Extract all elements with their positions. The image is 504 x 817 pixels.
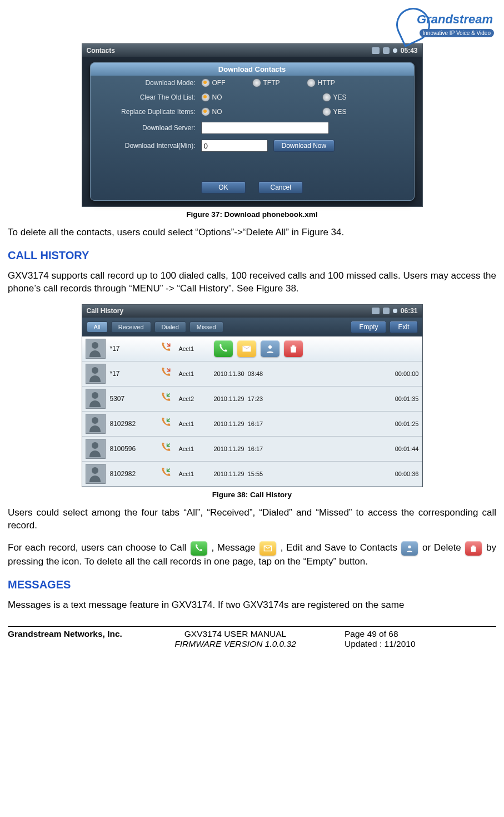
logo-tagline: Innovative IP Voice & Video — [420, 29, 495, 37]
logo-brand-text: Grandstream — [417, 12, 493, 27]
window-title: Contacts — [87, 47, 115, 55]
keyboard-icon — [372, 308, 380, 314]
para-call-history-intro: GXV3174 supports call record up to 100 d… — [8, 270, 496, 295]
tab-all[interactable]: All — [87, 321, 108, 333]
avatar-icon — [86, 414, 106, 434]
call-type-icon — [158, 367, 174, 380]
row-delete-icon[interactable] — [284, 340, 303, 357]
brand-logo: Grandstream Innovative IP Voice & Video — [8, 8, 496, 41]
radio-replace-yes[interactable] — [322, 107, 331, 116]
keyboard-icon — [372, 47, 380, 54]
label-interval: Download Interval(Min): — [98, 142, 196, 150]
save-contact-icon — [401, 541, 418, 556]
footer-company: Grandstream Networks, Inc. — [8, 629, 159, 649]
clock: 06:31 — [401, 307, 418, 315]
para-record-actions: For each record, users can choose to Cal… — [8, 541, 496, 568]
avatar-icon — [86, 464, 106, 484]
label-replace-dup: Replace Duplicate Items: — [98, 108, 196, 116]
call-type-icon — [158, 342, 174, 355]
row-message-icon[interactable] — [237, 340, 256, 357]
message-icon — [260, 541, 276, 556]
status-dot-icon — [393, 48, 397, 53]
footer-manual: GXV3174 USER MANUAL — [159, 629, 311, 639]
para-delete-contacts: To delete all the contacts, users could … — [8, 226, 496, 239]
call-row[interactable]: 8100596 Acct1 2010.11.29 16:1700:01:44 — [82, 437, 422, 462]
dialog-title: Download Contacts — [91, 63, 414, 76]
call-row[interactable]: *17 Acct1 — [82, 336, 422, 362]
cancel-button[interactable]: Cancel — [258, 181, 303, 194]
call-number: 5307 — [110, 395, 153, 403]
call-row[interactable]: 5307 Acct2 2010.11.29 17:2300:01:35 — [82, 387, 422, 412]
label-clear-old: Clear The Old List: — [98, 93, 196, 101]
footer-updated: Updated : 11/2010 — [345, 639, 496, 649]
figure38-screenshot: Call History 06:31 All Received Dialed M… — [82, 304, 423, 487]
call-row[interactable]: 8102982 Acct1 2010.11.29 15:5500:00:36 — [82, 462, 422, 487]
label-server: Download Server: — [98, 124, 196, 132]
call-account: Acct1 — [179, 420, 209, 427]
label-download-mode: Download Mode: — [98, 79, 196, 87]
radio-tftp[interactable] — [252, 78, 261, 87]
call-type-icon — [158, 442, 174, 455]
page-footer: Grandstream Networks, Inc. GXV3174 USER … — [8, 626, 496, 649]
call-row[interactable]: *17 Acct1 2010.11.30 03:4800:00:00 — [82, 362, 422, 387]
footer-page: Page 49 of 68 — [345, 629, 496, 639]
figure37-caption: Figure 37: Download phonebook.xml — [8, 210, 496, 219]
call-type-icon — [158, 392, 174, 405]
tab-received[interactable]: Received — [111, 321, 151, 333]
download-contacts-dialog: Download Contacts Download Mode: OFF TFT… — [90, 62, 415, 201]
figure37-screenshot: Contacts 05:43 Download Contacts Downloa… — [82, 43, 423, 207]
delete-icon — [465, 541, 482, 556]
call-account: Acct2 — [179, 395, 209, 402]
call-row[interactable]: 8102982 Acct1 2010.11.29 16:1700:01:25 — [82, 412, 422, 437]
call-account: Acct1 — [179, 345, 209, 352]
clock: 05:43 — [401, 47, 418, 55]
call-number: 8102982 — [110, 470, 153, 478]
call-account: Acct1 — [179, 471, 209, 477]
speaker-icon — [383, 308, 390, 314]
ok-button[interactable]: OK — [201, 181, 246, 194]
tab-dialed[interactable]: Dialed — [154, 321, 186, 333]
status-dot-icon — [393, 309, 397, 313]
svg-point-1 — [408, 545, 411, 548]
tab-missed[interactable]: Missed — [189, 321, 223, 333]
heading-messages: MESSAGES — [8, 578, 496, 591]
avatar-icon — [86, 364, 106, 384]
call-account: Acct1 — [179, 370, 209, 377]
call-number: 8100596 — [110, 445, 153, 453]
call-type-icon — [158, 417, 174, 430]
para-messages-intro: Messages is a text message feature in GX… — [8, 599, 496, 612]
download-interval-input[interactable] — [201, 140, 268, 152]
heading-call-history: CALL HISTORY — [8, 249, 496, 262]
call-number: *17 — [110, 370, 153, 378]
avatar-icon — [86, 439, 106, 459]
exit-button[interactable]: Exit — [390, 321, 417, 333]
radio-replace-no[interactable] — [201, 107, 210, 116]
call-number: 8102982 — [110, 420, 153, 428]
row-save-icon[interactable] — [261, 340, 280, 357]
radio-off[interactable] — [201, 78, 210, 87]
footer-firmware: FIRMWARE VERSION 1.0.0.32 — [159, 639, 311, 649]
row-call-icon[interactable] — [214, 340, 233, 357]
empty-button[interactable]: Empty — [351, 321, 386, 333]
download-server-input[interactable] — [201, 122, 329, 134]
radio-clear-yes[interactable] — [322, 93, 331, 102]
avatar-icon — [86, 339, 106, 359]
para-tabs: Users could select among the four tabs “… — [8, 507, 496, 532]
call-list: *17 Acct1 *17 Acct1 2010.11.30 03:4800:0… — [82, 336, 422, 487]
call-icon — [191, 541, 207, 556]
window-title: Call History — [87, 307, 124, 315]
radio-http[interactable] — [307, 78, 316, 87]
call-account: Acct1 — [179, 445, 209, 452]
figure38-caption: Figure 38: Call History — [8, 491, 496, 499]
radio-clear-no[interactable] — [201, 93, 210, 102]
avatar-icon — [86, 389, 106, 409]
speaker-icon — [383, 47, 390, 54]
svg-point-0 — [268, 345, 272, 349]
call-number: *17 — [110, 345, 153, 353]
call-type-icon — [158, 467, 174, 480]
download-now-button[interactable]: Download Now — [273, 140, 335, 152]
